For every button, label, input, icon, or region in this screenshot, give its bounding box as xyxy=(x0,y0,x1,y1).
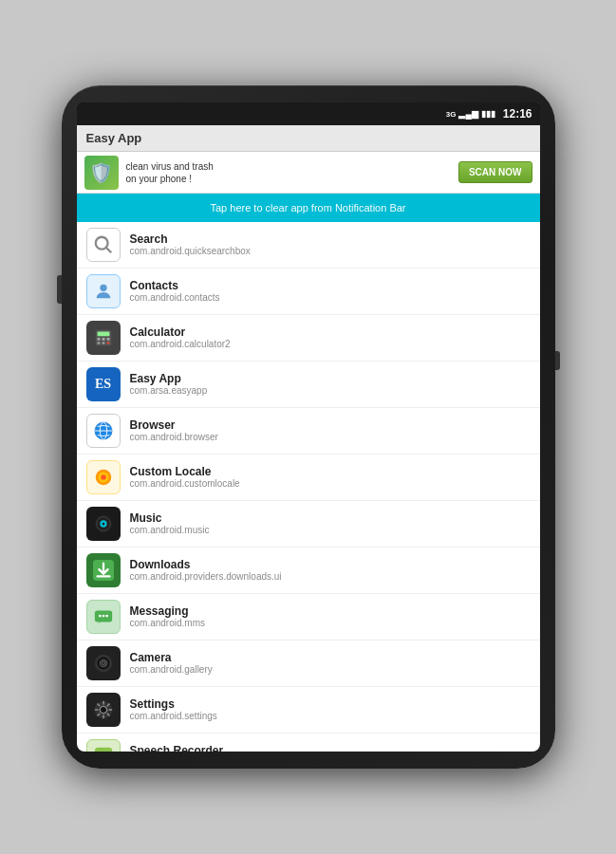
clock: 12:16 xyxy=(503,107,532,121)
list-item[interactable]: Custom Locale com.android.customlocale xyxy=(77,455,540,501)
tablet-device: 3G ▂▄▆ ▮▮▮ 12:16 Easy App 🛡️ clean virus… xyxy=(62,85,555,769)
svg-point-25 xyxy=(98,615,101,618)
svg-rect-5 xyxy=(97,338,100,341)
list-item[interactable]: Camera com.android.gallery xyxy=(77,640,540,687)
app-info: Camera com.android.gallery xyxy=(130,651,531,676)
app-name: Speech Recorder xyxy=(130,744,531,752)
tablet-screen: 3G ▂▄▆ ▮▮▮ 12:16 Easy App 🛡️ clean virus… xyxy=(77,102,540,752)
app-name: Messaging xyxy=(130,604,531,618)
app-icon-downloads xyxy=(86,553,121,587)
app-info: Custom Locale com.android.customlocale xyxy=(130,465,531,490)
list-item[interactable]: Downloads com.android.providers.download… xyxy=(77,548,540,594)
svg-point-26 xyxy=(102,615,104,618)
svg-rect-7 xyxy=(106,338,109,341)
app-package: com.arsa.easyapp xyxy=(130,385,531,397)
app-name: Contacts xyxy=(130,279,531,292)
list-item[interactable]: Music com.android.music xyxy=(77,501,540,548)
list-item[interactable]: Browser com.android.browser xyxy=(77,408,540,455)
svg-point-27 xyxy=(105,615,108,618)
app-name: Downloads xyxy=(130,558,531,571)
app-icon-search xyxy=(86,228,121,262)
list-item[interactable]: Settings com.android.settings xyxy=(77,687,540,733)
list-item[interactable]: Calculator com.android.calculator2 xyxy=(77,315,540,362)
title-bar: Easy App xyxy=(77,125,540,152)
app-info: Easy App com.arsa.easyapp xyxy=(130,372,531,397)
signal-icon: ▂▄▆ xyxy=(458,109,477,119)
svg-point-0 xyxy=(95,237,107,250)
network-type-icon: 3G xyxy=(446,110,457,119)
app-info: Downloads com.android.providers.download… xyxy=(130,558,531,583)
app-name: Calculator xyxy=(130,325,531,339)
app-icon-camera xyxy=(86,646,121,680)
app-info: Calculator com.android.calculator2 xyxy=(130,325,531,350)
svg-point-2 xyxy=(100,285,106,291)
svg-rect-9 xyxy=(102,343,104,344)
app-icon-music xyxy=(86,507,121,541)
battery-icon: ▮▮▮ xyxy=(481,109,495,119)
app-title: Easy App xyxy=(86,131,142,145)
app-package: com.android.gallery xyxy=(130,664,531,676)
app-name: Browser xyxy=(130,418,531,432)
app-info: Contacts com.android.contacts xyxy=(130,279,531,304)
app-icon-easyapp: ES xyxy=(86,367,121,401)
app-info: Speech Recorder com.android.speechrecord… xyxy=(130,744,531,752)
app-package: com.android.customlocale xyxy=(130,478,531,490)
svg-rect-8 xyxy=(97,343,100,344)
app-icon-settings xyxy=(86,693,121,727)
app-icon-speech xyxy=(86,739,121,752)
app-info: Search com.android.quicksearchbox xyxy=(130,232,531,257)
app-list: Search com.android.quicksearchbox Contac… xyxy=(77,222,540,752)
ad-banner[interactable]: 🛡️ clean virus and trash on your phone !… xyxy=(77,152,540,194)
app-package: com.android.mms xyxy=(130,618,531,629)
list-item[interactable]: Speech Recorder com.android.speechrecord… xyxy=(77,733,540,752)
svg-point-31 xyxy=(102,661,105,665)
app-info: Settings com.android.settings xyxy=(130,697,531,722)
app-package: com.android.quicksearchbox xyxy=(130,246,531,257)
list-item[interactable]: ES Easy App com.arsa.easyapp xyxy=(77,362,540,408)
app-package: com.android.contacts xyxy=(130,292,531,304)
list-item[interactable]: Search com.android.quicksearchbox xyxy=(77,222,540,269)
app-name: Camera xyxy=(130,651,531,664)
app-info: Browser com.android.browser xyxy=(130,418,531,443)
app-package: com.android.music xyxy=(130,525,531,536)
app-package: com.android.settings xyxy=(130,711,531,722)
svg-point-33 xyxy=(100,706,106,713)
app-icon-calculator xyxy=(86,321,121,355)
status-icons: 3G ▂▄▆ ▮▮▮ xyxy=(446,109,495,119)
app-icon-messaging xyxy=(86,600,121,634)
ad-icon: 🛡️ xyxy=(84,156,119,190)
app-name: Settings xyxy=(130,697,531,711)
app-info: Messaging com.android.mms xyxy=(130,604,531,629)
app-name: Music xyxy=(130,511,531,525)
app-name: Easy App xyxy=(130,372,531,385)
svg-rect-6 xyxy=(102,338,104,341)
volume-button xyxy=(57,275,62,304)
svg-point-17 xyxy=(101,474,106,480)
app-icon-locale xyxy=(86,460,121,494)
app-package: com.android.providers.downloads.ui xyxy=(130,571,531,583)
app-name: Search xyxy=(130,232,531,246)
power-button xyxy=(555,351,560,370)
list-item[interactable]: Messaging com.android.mms xyxy=(77,594,540,640)
app-name: Custom Locale xyxy=(130,465,531,478)
app-package: com.android.calculator2 xyxy=(130,339,531,350)
ad-text: clean virus and trash on your phone ! xyxy=(126,160,451,185)
app-icon-browser xyxy=(86,414,121,448)
svg-point-20 xyxy=(102,523,104,526)
svg-line-1 xyxy=(105,248,111,253)
app-info: Music com.android.music xyxy=(130,511,531,536)
app-package: com.android.browser xyxy=(130,432,531,443)
svg-rect-4 xyxy=(97,332,109,337)
notification-bar[interactable]: Tap here to clear app from Notification … xyxy=(77,194,540,222)
svg-rect-10 xyxy=(106,343,109,344)
scan-button[interactable]: SCAN NOW xyxy=(458,161,532,183)
notification-text: Tap here to clear app from Notification … xyxy=(210,202,405,214)
svg-rect-42 xyxy=(94,748,111,752)
status-bar: 3G ▂▄▆ ▮▮▮ 12:16 xyxy=(77,102,540,125)
app-icon-contacts xyxy=(86,274,121,308)
list-item[interactable]: Contacts com.android.contacts xyxy=(77,269,540,315)
